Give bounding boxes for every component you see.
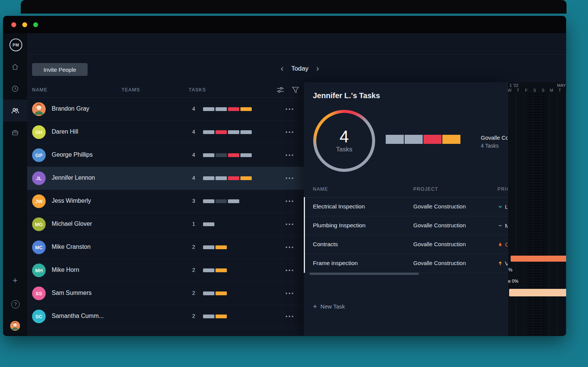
horizontal-scrollbar[interactable] bbox=[309, 273, 419, 275]
prev-day-button[interactable]: ‹ bbox=[279, 64, 285, 73]
briefcase-icon bbox=[11, 129, 19, 136]
table-row[interactable]: JL Jennifer Lennon 4 bbox=[27, 167, 304, 190]
member-name: Daren Hill bbox=[52, 128, 78, 135]
priority-cell: Medium bbox=[497, 222, 508, 229]
row-menu-button[interactable] bbox=[281, 128, 298, 137]
priority-cell: Very High bbox=[497, 259, 508, 267]
minimize-button[interactable] bbox=[22, 22, 27, 27]
dot-icon bbox=[289, 247, 290, 248]
person-face-icon bbox=[10, 321, 20, 331]
gantt-bar[interactable] bbox=[511, 256, 566, 262]
row-menu-button[interactable] bbox=[281, 266, 298, 275]
donut-task-count: 4 bbox=[340, 128, 349, 145]
gantt-chart: 1 '22 MAY W T F S S M T % te 0% bbox=[508, 82, 566, 336]
table-row[interactable]: SC Samantha Cumm... 2 bbox=[27, 305, 304, 328]
task-status-bar bbox=[203, 268, 227, 272]
table-row[interactable]: MC Mike Cranston 2 bbox=[27, 236, 304, 259]
detail-column-project: PROJECT bbox=[413, 187, 438, 192]
task-row[interactable]: Contracts Govalle Construction Critical bbox=[304, 235, 508, 254]
dot-icon bbox=[289, 131, 290, 133]
avatar: MG bbox=[32, 217, 46, 231]
summary-task-count: 4 Tasks bbox=[481, 143, 499, 149]
table-row[interactable]: DH Daren Hill 4 bbox=[27, 121, 304, 144]
dot-icon bbox=[289, 270, 290, 271]
task-detail-panel: Jennifer L.'s Tasks 4 Tasks Govalle Cons… bbox=[304, 82, 508, 336]
task-status-summary-bar bbox=[386, 135, 460, 144]
row-menu-button[interactable] bbox=[281, 220, 298, 229]
row-menu-button[interactable] bbox=[281, 197, 298, 206]
arrow-up-icon bbox=[497, 261, 503, 266]
row-menu-button[interactable] bbox=[281, 243, 298, 252]
row-menu-button[interactable] bbox=[281, 289, 298, 298]
task-count: 2 bbox=[188, 290, 195, 296]
row-menu-button[interactable] bbox=[281, 174, 298, 183]
task-project: Govalle Construction bbox=[413, 222, 466, 228]
task-row[interactable]: Electrical Inspection Govalle Constructi… bbox=[304, 197, 508, 216]
main-area: Invite People ‹ Today › NAME TEAMS TASKS bbox=[27, 33, 566, 336]
gantt-month-label: MAY bbox=[557, 83, 566, 88]
row-menu-button[interactable] bbox=[281, 105, 298, 114]
priority-label: Low bbox=[505, 204, 508, 210]
app-body: PM + bbox=[3, 33, 566, 336]
day-letter: F bbox=[522, 88, 530, 93]
team-list-header: NAME TEAMS TASKS bbox=[27, 82, 304, 98]
task-name: Plumbing Inspection bbox=[313, 222, 366, 229]
team-list: NAME TEAMS TASKS bbox=[27, 82, 304, 336]
new-task-button[interactable]: + New Task bbox=[313, 303, 345, 310]
table-row[interactable]: GP George Phillips 4 bbox=[27, 144, 304, 167]
app-logo[interactable]: PM bbox=[9, 39, 22, 51]
dot-icon bbox=[292, 154, 293, 156]
day-letter: S bbox=[539, 88, 547, 93]
task-project: Govalle Construction bbox=[413, 260, 466, 266]
table-row[interactable]: MH Mike Horn 2 bbox=[27, 259, 304, 282]
column-header-name: NAME bbox=[32, 87, 48, 93]
dot-icon bbox=[292, 224, 293, 225]
task-row[interactable]: Plumbing Inspection Govalle Construction… bbox=[304, 216, 508, 235]
zoom-button[interactable] bbox=[33, 22, 38, 27]
user-avatar[interactable] bbox=[10, 321, 20, 331]
filter-settings-button[interactable] bbox=[276, 85, 285, 94]
gantt-bar[interactable] bbox=[509, 289, 566, 296]
sidebar-item-home[interactable] bbox=[3, 56, 27, 78]
priority-cell: Critical bbox=[497, 241, 508, 248]
table-row[interactable]: JW Jess Wimberly 3 bbox=[27, 190, 304, 213]
sidebar-item-portfolio[interactable] bbox=[3, 122, 27, 143]
dot-icon bbox=[292, 177, 293, 179]
priority-label: Critical bbox=[505, 241, 508, 248]
add-button[interactable]: + bbox=[3, 275, 27, 286]
avatar: SC bbox=[32, 310, 46, 323]
app-window: PM + bbox=[3, 16, 566, 336]
gantt-month-label: 1 '22 bbox=[509, 83, 519, 88]
avatar: MH bbox=[32, 264, 46, 277]
task-project: Govalle Construction bbox=[413, 203, 466, 210]
table-row[interactable]: MG Michael Glover 1 bbox=[27, 213, 304, 236]
table-row[interactable]: SS Sam Summers 2 bbox=[27, 282, 304, 305]
avatar bbox=[32, 102, 46, 116]
titlebar bbox=[3, 16, 566, 33]
gantt-day-letters: W T F S S M T bbox=[508, 88, 564, 93]
dot-icon bbox=[292, 108, 293, 110]
dot-icon bbox=[286, 316, 287, 317]
row-menu-button[interactable] bbox=[281, 312, 298, 321]
next-day-button[interactable]: › bbox=[315, 64, 320, 73]
sidebar-item-team[interactable] bbox=[3, 100, 27, 122]
sidebar-item-time[interactable] bbox=[3, 78, 27, 100]
task-status-bar bbox=[203, 107, 252, 111]
task-status-bar bbox=[203, 315, 227, 318]
task-row[interactable]: Frame inspection Govalle Construction Ve… bbox=[304, 254, 508, 273]
top-band bbox=[27, 33, 566, 55]
day-letter: T bbox=[514, 88, 522, 93]
clock-icon bbox=[11, 85, 19, 93]
task-name: Electrical Inspection bbox=[313, 203, 365, 210]
task-count: 2 bbox=[188, 244, 195, 250]
filter-button[interactable] bbox=[291, 85, 300, 94]
avatar: MC bbox=[32, 241, 46, 254]
help-button[interactable]: ? bbox=[11, 300, 20, 308]
day-letter: W bbox=[508, 88, 514, 93]
avatar: GP bbox=[32, 148, 46, 162]
dot-icon bbox=[292, 200, 293, 202]
detail-column-name: NAME bbox=[313, 187, 328, 192]
close-button[interactable] bbox=[11, 22, 16, 27]
row-menu-button[interactable] bbox=[281, 151, 298, 160]
table-row[interactable]: Brandon Gray 4 bbox=[27, 98, 304, 121]
